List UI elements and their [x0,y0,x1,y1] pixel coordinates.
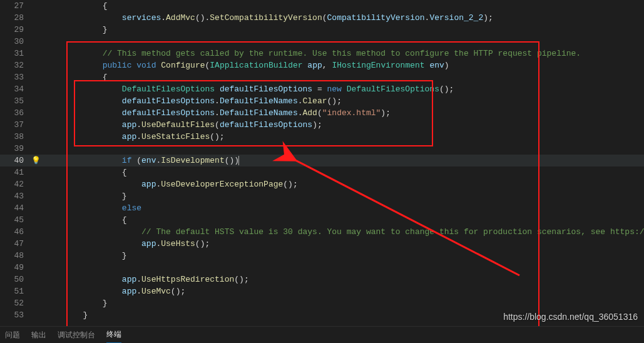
code-content[interactable]: app.UseMvc(); [41,285,644,297]
code-content[interactable]: DefaultFilesOptions defaultFilesOptions … [41,83,644,95]
bottom-panel: 问题输出调试控制台终端 [0,326,644,343]
code-line[interactable]: 47 app.UseHsts(); [0,238,644,250]
code-line[interactable]: 33 { [0,71,644,83]
line-number: 34 [0,83,30,95]
code-line[interactable]: 53 } [0,309,644,321]
code-content[interactable]: app.UseDeveloperExceptionPage(); [41,178,644,190]
glyph-margin: 💡 [30,155,41,167]
line-number: 43 [0,190,30,202]
line-number: 52 [0,297,30,309]
code-line[interactable]: 42 app.UseDeveloperExceptionPage(); [0,178,644,190]
code-line[interactable]: 45 { [0,214,644,226]
code-line[interactable]: 31 // This method gets called by the run… [0,48,644,59]
line-number: 33 [0,71,30,83]
code-line[interactable]: 51 app.UseMvc(); [0,285,644,297]
code-content[interactable]: } [41,190,644,202]
code-line[interactable]: 36 defaultFilesOptions.DefaultFileNames.… [0,107,644,119]
code-line[interactable]: 32 public void Configure(IApplicationBui… [0,59,644,71]
code-line[interactable]: 44 else [0,202,644,214]
line-number: 49 [0,262,30,274]
code-content[interactable]: } [41,309,644,321]
line-number: 27 [0,0,30,12]
code-line[interactable]: 43 } [0,190,644,202]
line-number: 46 [0,226,30,238]
code-content[interactable]: public void Configure(IApplicationBuilde… [41,59,644,71]
code-content[interactable]: } [41,297,644,309]
code-content[interactable]: app.UseHttpsRedirection(); [41,274,644,285]
line-number: 40 [0,155,30,166]
code-line[interactable]: 49 [0,262,644,274]
code-line[interactable]: 28 services.AddMvc().SetCompatibilityVer… [0,12,644,24]
code-content[interactable]: app.UseDefaultFiles(defaultFilesOptions)… [41,119,644,131]
panel-tab-3[interactable]: 终端 [106,329,121,343]
code-content[interactable]: { [41,71,644,83]
line-number: 51 [0,285,30,297]
code-line[interactable]: 38 app.UseStaticFiles(); [0,131,644,143]
line-number: 47 [0,238,30,250]
code-content[interactable]: } [41,24,644,36]
line-number: 41 [0,166,30,178]
code-content[interactable]: defaultFilesOptions.DefaultFileNames.Cle… [41,95,644,107]
line-number: 44 [0,202,30,214]
code-editor[interactable]: 27 {28 services.AddMvc().SetCompatibilit… [0,0,644,327]
panel-tab-2[interactable]: 调试控制台 [58,329,95,341]
line-number: 36 [0,107,30,119]
code-content[interactable]: { [41,0,644,12]
code-content[interactable]: defaultFilesOptions.DefaultFileNames.Add… [41,107,644,119]
line-number: 45 [0,214,30,226]
code-content[interactable]: // This method gets called by the runtim… [41,48,644,59]
code-line[interactable]: 30 [0,36,644,48]
code-line[interactable]: 37 app.UseDefaultFiles(defaultFilesOptio… [0,119,644,131]
line-number: 38 [0,131,30,143]
panel-tab-0[interactable]: 问题 [5,329,20,341]
code-content[interactable]: services.AddMvc().SetCompatibilityVersio… [41,12,644,24]
line-number: 39 [0,143,30,155]
lightbulb-icon[interactable]: 💡 [31,156,41,165]
line-number: 29 [0,24,30,36]
code-content[interactable]: if (env.IsDevelopment()) [41,155,644,166]
code-content[interactable]: app.UseStaticFiles(); [41,131,644,143]
panel-tab-1[interactable]: 输出 [31,329,46,341]
code-content[interactable]: { [41,214,644,226]
code-line[interactable]: 39 [0,143,644,155]
code-line[interactable]: 41 { [0,166,644,178]
code-line[interactable]: 27 { [0,0,644,12]
line-number: 28 [0,12,30,24]
code-line[interactable]: 46 // The default HSTS value is 30 days.… [0,226,644,238]
line-number: 50 [0,274,30,285]
code-line[interactable]: 29 } [0,24,644,36]
code-line[interactable]: 50 app.UseHttpsRedirection(); [0,274,644,285]
code-line[interactable]: 40💡 if (env.IsDevelopment()) [0,155,644,166]
code-line[interactable]: 52 } [0,297,644,309]
code-content[interactable]: else [41,202,644,214]
line-number: 31 [0,48,30,59]
code-line[interactable]: 48 } [0,250,644,262]
line-number: 37 [0,119,30,131]
code-line[interactable]: 34 DefaultFilesOptions defaultFilesOptio… [0,83,644,95]
line-number: 35 [0,95,30,107]
line-number: 42 [0,178,30,190]
line-number: 30 [0,36,30,48]
line-number: 48 [0,250,30,262]
code-content[interactable]: app.UseHsts(); [41,238,644,250]
code-line[interactable]: 35 defaultFilesOptions.DefaultFileNames.… [0,95,644,107]
code-content[interactable]: { [41,166,644,178]
line-number: 53 [0,309,30,321]
code-content[interactable]: // The default HSTS value is 30 days. Yo… [41,226,644,238]
line-number: 32 [0,59,30,71]
code-content[interactable]: } [41,250,644,262]
